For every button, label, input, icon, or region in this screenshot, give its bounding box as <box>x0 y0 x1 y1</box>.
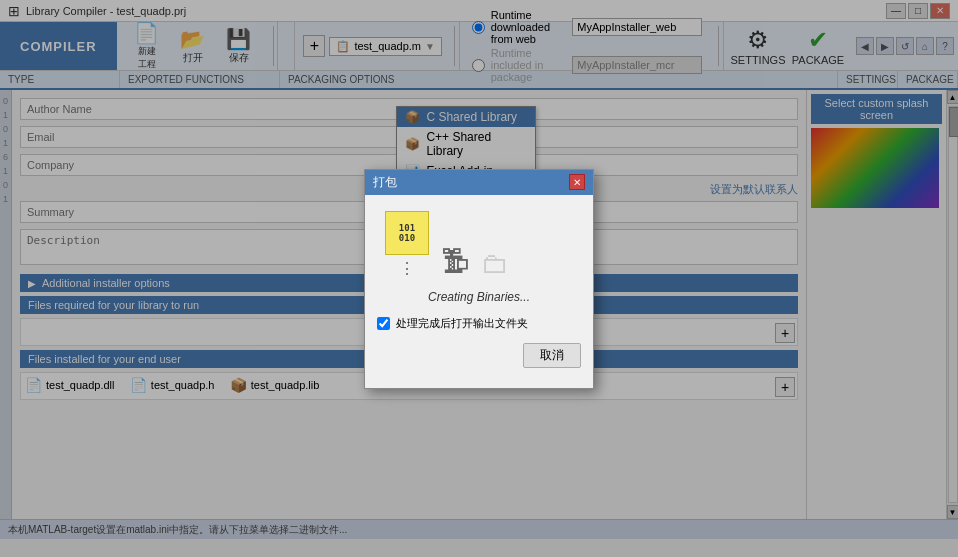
binary-line1: 101 <box>399 223 415 233</box>
binary-question: ⋮ <box>385 259 429 278</box>
checkbox-label: 处理完成后打开输出文件夹 <box>396 316 528 331</box>
modal-close-icon: ✕ <box>573 177 581 188</box>
modal-body: 101 010 ⋮ 🗜 🗀 Creating Binaries... <box>365 195 593 388</box>
compress-icon-container: 🗜 <box>441 248 469 278</box>
question-icon: ⋮ <box>399 260 415 277</box>
compress-icon: 🗜 <box>441 248 469 276</box>
modal-icons-row: 101 010 ⋮ 🗜 🗀 <box>377 211 581 278</box>
modal-close-button[interactable]: ✕ <box>569 174 585 190</box>
modal-title-bar: 打包 ✕ <box>365 170 593 195</box>
modal-checkbox-row: 处理完成后打开输出文件夹 <box>377 316 581 331</box>
cancel-label: 取消 <box>540 348 564 362</box>
binary-icon-container: 101 010 ⋮ <box>385 211 429 278</box>
binary-line2: 010 <box>399 233 415 243</box>
folder-icon-container: 🗀 <box>481 250 509 278</box>
modal-status: Creating Binaries... <box>377 290 581 304</box>
modal-footer: 取消 <box>377 343 581 372</box>
folder-icon: 🗀 <box>481 248 509 279</box>
modal-overlay: 打包 ✕ 101 010 ⋮ 🗜 <box>0 0 958 557</box>
binary-icon: 101 010 <box>385 211 429 255</box>
modal-title: 打包 <box>373 174 397 191</box>
open-output-checkbox[interactable] <box>377 317 390 330</box>
packaging-dialog: 打包 ✕ 101 010 ⋮ 🗜 <box>364 169 594 389</box>
cancel-button[interactable]: 取消 <box>523 343 581 368</box>
